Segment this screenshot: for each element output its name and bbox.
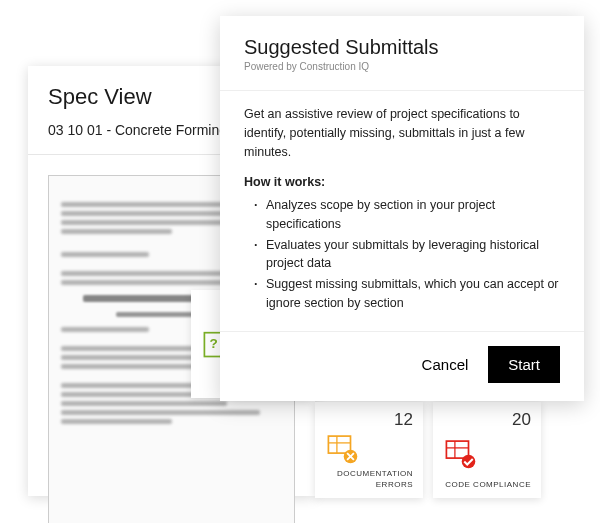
cancel-button[interactable]: Cancel [422,356,469,373]
tile-count: 12 [394,410,413,430]
tile-documentation-errors[interactable]: 12 DOCUMENTATION ERRORS [315,402,423,498]
suggested-submittals-card: Suggested Submittals Powered by Construc… [220,16,584,401]
svg-rect-9 [328,436,350,453]
suggested-title: Suggested Submittals [244,36,560,59]
list-item: Analyzes scope by section in your projec… [254,196,560,234]
tile-label: CODE COMPLIANCE [445,480,531,490]
how-it-works-label: How it works: [244,173,560,192]
plan-x-icon [325,431,359,465]
powered-by-label: Powered by Construction IQ [244,61,560,72]
how-it-works-list: Analyzes scope by section in your projec… [244,196,560,313]
plan-check-icon [443,436,477,470]
list-item: Suggest missing submittals, which you ca… [254,275,560,313]
tile-code-compliance[interactable]: 20 CODE COMPLIANCE [433,402,541,498]
tile-label: DOCUMENTATION ERRORS [325,469,413,490]
svg-text:?: ? [210,336,218,351]
svg-rect-13 [446,441,468,458]
tile-count: 20 [512,410,531,430]
start-button[interactable]: Start [488,346,560,383]
suggested-description: Get an assistive review of project speci… [244,105,560,161]
svg-point-16 [462,454,476,468]
list-item: Evaluates your submittals by leveraging … [254,236,560,274]
